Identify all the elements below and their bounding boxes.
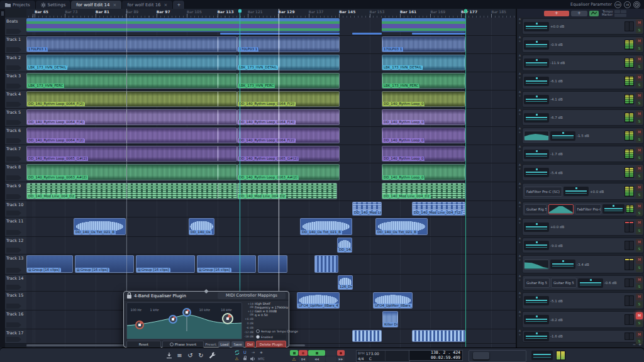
track-header-tag[interactable] [6, 120, 21, 125]
tempo-button-1[interactable] [614, 10, 620, 13]
warning-icon[interactable]: ⚠ [233, 356, 241, 362]
mute-button[interactable]: M [636, 184, 643, 191]
mute-button[interactable]: M [636, 256, 643, 264]
audio-clip[interactable]: LBK_173_HVN_PERC [382, 73, 465, 89]
track-lane[interactable]: LBK_173_HVN_PERCLBK_173_HVN_PERCLBK_173_… [26, 72, 516, 90]
bar-ruler[interactable]: Bar 65Bar 73Bar 81Bar 89Bar 97Bar 105Bar… [26, 9, 516, 18]
equaliser-plugin-window[interactable]: 4-Band Equaliser Plugin MIDI Controller … [123, 291, 289, 348]
volume-fader[interactable] [524, 332, 549, 341]
mute-button[interactable]: M [636, 277, 643, 283]
track-header-tag[interactable] [6, 230, 21, 235]
mute-button[interactable]: M [636, 56, 643, 63]
track-header-tag[interactable] [6, 175, 21, 180]
tab-close-icon[interactable]: × [164, 3, 168, 8]
track-lane[interactable]: 126_Dm [26, 275, 516, 292]
mute-button[interactable]: M [636, 312, 643, 319]
solo-button[interactable]: S [636, 136, 643, 143]
marker-button[interactable] [614, 14, 626, 17]
loop-marker[interactable] [464, 9, 467, 13]
volume-fader[interactable] [524, 222, 549, 232]
track-lane[interactable]: DD_140_Rythm Loop_0065_G#(2)DD_140_Rythm… [26, 145, 516, 163]
volume-fader[interactable] [524, 40, 549, 50]
audio-clip[interactable] [352, 330, 382, 342]
track-header[interactable]: Track 1 [5, 36, 26, 54]
track-header[interactable]: Track 16 [5, 310, 26, 329]
audio-clip[interactable]: DD_140_Rythm Loop_0 [382, 146, 465, 162]
audio-clip[interactable]: DD_140_Rythm Loop_0 [382, 91, 465, 107]
track-header[interactable]: Track 5 [5, 109, 26, 127]
beats-stripes-clip[interactable] [382, 18, 465, 32]
track-header[interactable]: Beats [5, 18, 26, 36]
track-header-tag[interactable] [6, 29, 21, 34]
master-fader[interactable] [531, 351, 553, 360]
mixer-row[interactable]: -1.7 dBMS [522, 146, 644, 162]
plugin-button[interactable]: Guitar Rig 5 [524, 278, 550, 288]
audio-clip[interactable]: ▤Group [16 clips] [26, 255, 73, 273]
snap-icon[interactable]: ∗ [257, 349, 265, 356]
track-header-tag[interactable] [6, 268, 21, 273]
mixer-row[interactable]: -9.0 dBMS [522, 238, 644, 253]
plugin-curve-thumbnail[interactable] [548, 204, 574, 214]
remap-radio[interactable] [256, 329, 260, 333]
mtc-label[interactable]: MTC [257, 356, 265, 362]
tab-close-icon[interactable]: × [113, 3, 117, 8]
mute-button[interactable]: M [636, 111, 643, 118]
tab-settings[interactable]: Settings [36, 1, 72, 9]
mixer-row[interactable]: FabFilter Pro-C (SC)+0.0 dBMS [522, 183, 644, 200]
track-lane[interactable]: ▤Group [16 clips]▤Group [16 clips]▤Group… [26, 255, 516, 275]
track-header[interactable]: Track 17 [5, 329, 26, 344]
audio-clip[interactable]: DD_140_Mod Line_ [352, 202, 382, 216]
beats-marker-bar[interactable] [412, 33, 465, 35]
mute-button[interactable]: M [636, 203, 643, 209]
solo-button[interactable]: S [636, 283, 643, 290]
audio-clip[interactable]: DD_140_Rythm Loop_0 [382, 109, 465, 125]
audio-clip[interactable]: DD_140_Os Txt_021_B [74, 218, 126, 235]
key-value[interactable]: C [369, 356, 372, 361]
volume-fader[interactable] [564, 187, 589, 196]
volume-fader[interactable] [524, 315, 549, 324]
track-header-tag[interactable] [6, 194, 21, 199]
volume-fader[interactable] [524, 22, 549, 31]
mute-button[interactable]: M [636, 239, 643, 245]
volume-fader[interactable] [524, 58, 549, 68]
track-header[interactable]: Track 2 [5, 54, 26, 72]
mixer-row[interactable]: -6.1 dBMS [522, 73, 644, 89]
punch-icon[interactable]: U [241, 349, 249, 356]
mute-button[interactable]: M [636, 147, 643, 154]
track-header[interactable]: Track 10 [5, 201, 26, 217]
eq-band-knob-1[interactable] [135, 321, 144, 329]
mixer-row[interactable]: +0.0 dBMS [522, 218, 644, 236]
mixer-row[interactable]: -8.2 dBMS [522, 311, 644, 328]
solo-button[interactable]: S [636, 173, 643, 180]
track-header[interactable]: Track 13 [5, 255, 26, 275]
phase-radio[interactable] [170, 343, 174, 346]
audio-clip[interactable]: DD_140_Rythm Loop_0064_F(2) [26, 128, 237, 143]
beats-marker-bar[interactable] [352, 33, 382, 35]
track-header[interactable]: Track 6 [5, 127, 26, 145]
audio-clip[interactable]: LBK_173_HVN_DETAIL [26, 55, 237, 70]
solo-button[interactable]: S [636, 320, 643, 327]
track-header[interactable]: Track 9 [5, 182, 26, 201]
audio-clip[interactable]: 126_Dm [338, 275, 353, 290]
solo-button[interactable]: S [636, 100, 643, 107]
track-header[interactable]: Track 4 [5, 90, 26, 109]
record-button[interactable] [337, 350, 345, 356]
track-lane[interactable]: DD_140 [26, 237, 516, 255]
audio-clip[interactable]: UFO4_Uplifter_8Bars_47_PRK [373, 292, 413, 309]
track-header-tag[interactable] [6, 47, 21, 52]
track-header-tag[interactable] [6, 248, 21, 253]
audio-clip[interactable]: ▤Group [16 clips] [136, 255, 195, 273]
track-header-tag[interactable] [6, 102, 21, 107]
mixer-row[interactable]: -11.9 dBMS [522, 55, 644, 71]
track-lane[interactable] [26, 18, 516, 36]
plugin-curve-thumbnail[interactable] [524, 260, 549, 270]
track-header[interactable]: Track 7 [5, 145, 26, 163]
track-lane[interactable]: DD_140_Mod Line_004_D2DD_140_Mod Line_00… [26, 182, 516, 201]
solo-button[interactable]: S [636, 45, 643, 52]
mute-button[interactable]: M [636, 129, 643, 136]
remap-option[interactable]: Remap on Tempo Change [255, 329, 286, 334]
audio-clip[interactable]: ▤Group [16 clips] [197, 255, 256, 273]
audio-clip[interactable]: DD_140_Mod Line_004_F(2) [412, 202, 465, 216]
track-header[interactable]: Track 12 [5, 237, 26, 255]
rewind-button[interactable]: ◀◀ [308, 356, 325, 362]
